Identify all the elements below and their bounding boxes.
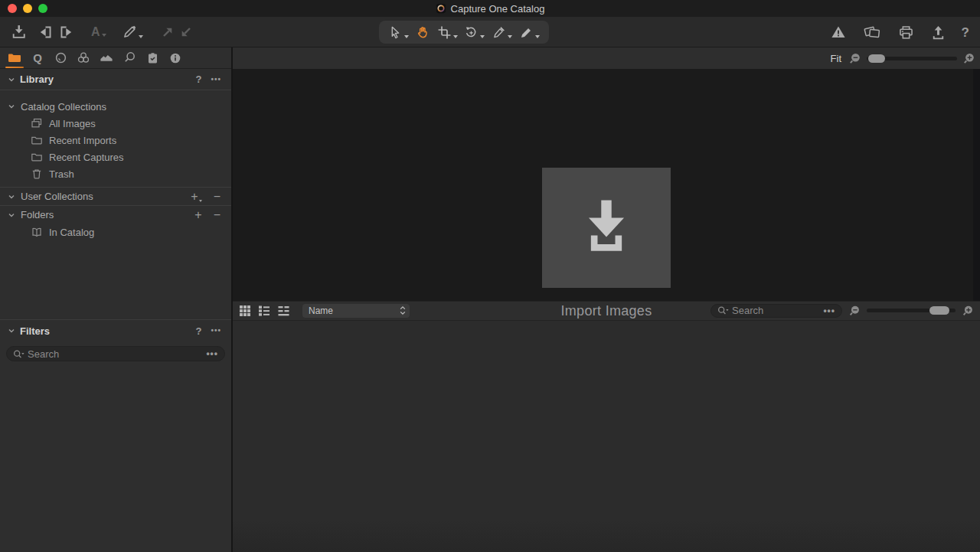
chevron-down-icon: [453, 35, 458, 38]
chevron-down-icon: [8, 211, 15, 219]
draw-mask-tool[interactable]: [519, 25, 540, 40]
chevron-down-icon: [102, 34, 106, 37]
select-cursor-tool[interactable]: [388, 25, 409, 40]
apply-adjustments-button[interactable]: [178, 24, 194, 40]
viewer-zoom-mode[interactable]: Fit: [831, 53, 841, 64]
chevron-down-icon: [139, 35, 143, 38]
chevron-down-icon: [404, 35, 409, 38]
crop-tool[interactable]: [437, 25, 458, 40]
print-icon: [897, 24, 915, 41]
capture-pilot-button[interactable]: [862, 24, 882, 40]
annotations-button[interactable]: A: [91, 26, 106, 38]
capture-one-window: Capture One Catalog: [0, 0, 980, 552]
export-button[interactable]: [930, 24, 946, 41]
annotations-icon: A: [91, 26, 100, 38]
minimize-button[interactable]: [23, 4, 32, 13]
chevron-down-icon: [535, 35, 540, 38]
sidebar-empty-area: [0, 361, 231, 552]
left-sidebar: Q: [0, 47, 233, 552]
tab-color[interactable]: [74, 47, 93, 68]
chevron-down-icon: [8, 193, 15, 201]
tree-item-trash[interactable]: Trash: [0, 165, 231, 182]
zoom-in-icon[interactable]: [962, 52, 975, 65]
cursor-tools-group: [379, 21, 549, 44]
section-catalog-collections[interactable]: Catalog Collections: [0, 98, 231, 115]
search-icon: [13, 349, 24, 359]
tab-metadata[interactable]: [165, 47, 185, 68]
styles-brush-button[interactable]: [122, 24, 143, 40]
tab-library[interactable]: [5, 47, 24, 68]
tree-item-recent-captures[interactable]: Recent Captures: [0, 149, 231, 165]
tool-tabs: Q: [0, 47, 231, 69]
traffic-lights: [8, 4, 47, 13]
filters-more-button[interactable]: •••: [208, 327, 224, 335]
rotate-tool[interactable]: [464, 25, 485, 40]
section-folders[interactable]: Folders + −: [0, 205, 231, 224]
add-folder-button[interactable]: +: [191, 209, 204, 221]
remove-collection-button[interactable]: −: [211, 191, 224, 203]
remove-folder-button[interactable]: −: [211, 209, 224, 221]
export-catalog-button[interactable]: [57, 24, 74, 40]
tab-lens-correction[interactable]: [51, 47, 70, 68]
thumbnail-size-slider-thumb[interactable]: [929, 306, 949, 315]
window-title: Capture One Catalog: [451, 3, 545, 15]
thumbnail-size-slider[interactable]: [867, 309, 956, 312]
tab-exposure[interactable]: [96, 47, 116, 68]
tree-item-all-images[interactable]: All Images: [0, 115, 231, 132]
export-icon: [930, 24, 946, 41]
filters-panel-title: Filters: [20, 325, 50, 337]
viewer-zoom-slider[interactable]: [867, 57, 957, 60]
help-icon: ?: [962, 26, 969, 39]
titlebar: Capture One Catalog: [0, 0, 980, 17]
tree-item-recent-imports[interactable]: Recent Imports: [0, 132, 231, 149]
tree-item-in-catalog[interactable]: In Catalog: [0, 224, 231, 240]
arrow-up-right-icon: [160, 24, 175, 40]
search-options-button[interactable]: •••: [206, 348, 218, 359]
tree-item-label: Recent Imports: [49, 135, 116, 146]
import-dropzone[interactable]: [542, 168, 671, 288]
add-collection-button[interactable]: +: [188, 191, 204, 203]
section-user-collections[interactable]: User Collections + −: [0, 187, 231, 205]
library-panel: Library ? ••• Catalog Collections: [0, 69, 231, 319]
import-catalog-button[interactable]: [38, 24, 54, 40]
library-more-button[interactable]: •••: [208, 76, 224, 83]
capture-pilot-icon: [862, 24, 882, 40]
pan-hand-icon: [416, 25, 430, 40]
crop-icon: [437, 25, 452, 40]
viewer-zoom-slider-thumb[interactable]: [868, 54, 885, 63]
filters-search-input[interactable]: [28, 348, 203, 360]
clipboard-check-icon: [146, 51, 159, 65]
import-download-icon: [570, 191, 643, 265]
chevron-down-icon[interactable]: [8, 327, 15, 335]
zoom-out-icon[interactable]: [848, 52, 861, 65]
zoom-button[interactable]: [38, 4, 47, 13]
main-toolbar: A: [0, 17, 980, 47]
warnings-button[interactable]: [830, 24, 847, 40]
window-title-area: Capture One Catalog: [436, 3, 545, 15]
print-button[interactable]: [897, 24, 915, 41]
copy-adjustments-button[interactable]: [160, 24, 175, 40]
folder-icon: [31, 134, 43, 146]
chevron-down-icon[interactable]: [8, 76, 15, 83]
filters-search-field[interactable]: •••: [6, 346, 225, 361]
arrow-down-left-icon: [178, 24, 194, 40]
color-circles-icon: [75, 51, 92, 65]
all-images-icon: [31, 117, 43, 129]
chevron-down-icon: [8, 103, 15, 110]
pan-hand-tool[interactable]: [416, 25, 430, 40]
tree-item-label: All Images: [49, 118, 96, 129]
import-button[interactable]: [11, 24, 27, 40]
capture-q-icon: Q: [33, 51, 42, 64]
folder-icon: [7, 51, 22, 66]
tab-adjustments[interactable]: [142, 47, 162, 68]
close-button[interactable]: [8, 4, 17, 13]
library-help-button[interactable]: ?: [194, 74, 204, 84]
filters-panel: Filters ? ••• •••: [0, 319, 231, 361]
section-label: Catalog Collections: [21, 101, 106, 113]
tab-details[interactable]: [119, 47, 139, 68]
pick-color-tool[interactable]: [492, 25, 512, 40]
filters-help-button[interactable]: ?: [194, 326, 204, 336]
tab-capture[interactable]: Q: [28, 47, 47, 68]
help-button[interactable]: ?: [962, 26, 969, 39]
viewer-area: Import Images: [233, 69, 980, 301]
